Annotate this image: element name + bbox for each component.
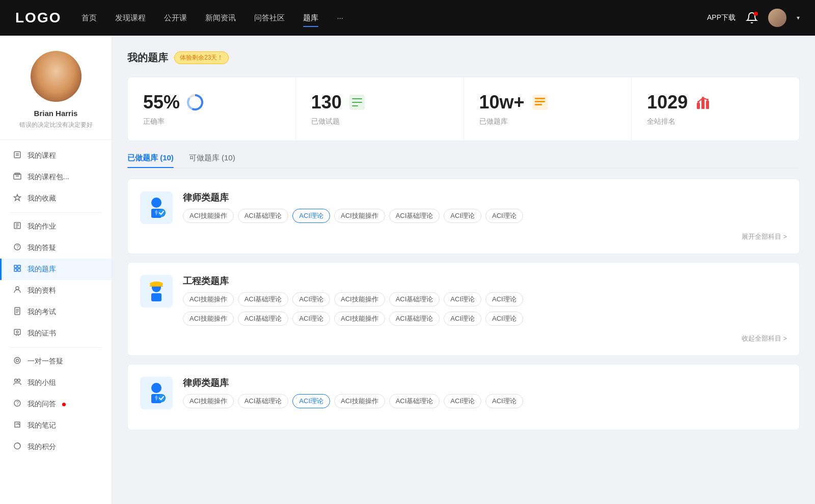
- exam-icon: [12, 307, 22, 317]
- tag-1-13[interactable]: ACI理论: [485, 312, 523, 326]
- sidebar-item-qa[interactable]: ? 我的答疑: [0, 237, 112, 259]
- expand-link-1[interactable]: 展开全部科目 >: [140, 232, 787, 241]
- tag-0-3[interactable]: ACI技能操作: [334, 209, 385, 223]
- sidebar-item-one-on-one[interactable]: 一对一答疑: [0, 351, 112, 372]
- svg-rect-46: [697, 103, 700, 109]
- tag-0-2[interactable]: ACI理论: [292, 209, 330, 223]
- ranking-icon: [694, 93, 712, 111]
- navbar-right: APP下载 ▾: [707, 9, 800, 27]
- tag-1-3[interactable]: ACI技能操作: [334, 292, 385, 306]
- svg-point-50: [702, 97, 704, 99]
- trial-badge: 体验剩余23天！: [174, 51, 229, 64]
- tag-1-10[interactable]: ACI技能操作: [334, 312, 385, 326]
- tag-2-0[interactable]: ACI技能操作: [183, 394, 234, 408]
- expand-link-2[interactable]: 收起全部科目 >: [140, 334, 787, 343]
- svg-rect-44: [535, 101, 545, 102]
- tag-1-1[interactable]: ACI基础理论: [238, 292, 289, 306]
- svg-rect-22: [14, 329, 20, 334]
- qa-icon: ?: [12, 243, 22, 253]
- sidebar-item-certificate[interactable]: 我的证书: [0, 323, 112, 344]
- sidebar-item-my-course[interactable]: 我的课程: [0, 145, 112, 166]
- nav-more[interactable]: ···: [337, 11, 343, 25]
- sidebar-item-homework[interactable]: 我的作业: [0, 216, 112, 237]
- tag-1-7[interactable]: ACI技能操作: [183, 312, 234, 326]
- tag-0-5[interactable]: ACI理论: [444, 209, 481, 223]
- tag-1-5[interactable]: ACI理论: [444, 292, 481, 306]
- menu-label-course: 我的课程: [28, 151, 56, 160]
- done-banks-icon: [531, 93, 549, 111]
- nav-discover[interactable]: 发现课程: [115, 11, 146, 25]
- bank-icon-engineer: [140, 275, 173, 307]
- tag-1-4[interactable]: ACI基础理论: [389, 292, 440, 306]
- tag-0-1[interactable]: ACI基础理论: [238, 209, 289, 223]
- tag-0-6[interactable]: ACI理论: [485, 209, 523, 223]
- menu-divider-2: [10, 347, 101, 348]
- sidebar-item-exam[interactable]: 我的考试: [0, 301, 112, 323]
- svg-point-49: [697, 101, 699, 103]
- notification-bell[interactable]: [746, 12, 758, 24]
- tag-2-5[interactable]: ACI理论: [444, 394, 481, 408]
- user-motto: 错误的决定比没有决定要好: [19, 121, 93, 129]
- tag-2-3[interactable]: ACI技能操作: [334, 394, 385, 408]
- nav-qa[interactable]: 问答社区: [254, 11, 285, 25]
- stat-accuracy: 55% 正确率: [128, 77, 296, 141]
- certificate-icon: [12, 328, 22, 339]
- tag-2-6[interactable]: ACI理论: [485, 394, 523, 408]
- nav-news[interactable]: 新闻资讯: [205, 11, 236, 25]
- nav-home[interactable]: 首页: [82, 11, 97, 25]
- menu-label-one-on-one: 一对一答疑: [28, 357, 63, 366]
- logo[interactable]: LOGO: [15, 10, 61, 26]
- tag-2-2[interactable]: ACI理论: [292, 394, 330, 408]
- profile-section: Brian Harris 错误的决定比没有决定要好: [0, 36, 112, 140]
- bank-icon-lawyer-1: [140, 191, 173, 224]
- sidebar-item-favorites[interactable]: 我的收藏: [0, 188, 112, 209]
- sidebar-item-course-pack[interactable]: 我的课程包...: [0, 166, 112, 188]
- tag-1-9[interactable]: ACI理论: [292, 312, 330, 326]
- tag-1-0[interactable]: ACI技能操作: [183, 292, 234, 306]
- course-icon: [12, 151, 22, 161]
- nav-menu: 首页 发现课程 公开课 新闻资讯 问答社区 题库 ···: [82, 11, 707, 25]
- page-title: 我的题库: [127, 51, 168, 65]
- svg-rect-43: [535, 98, 545, 99]
- app-download-link[interactable]: APP下载: [707, 13, 736, 22]
- page-header: 我的题库 体验剩余23天！: [127, 51, 800, 65]
- tab-available[interactable]: 可做题库 (10): [189, 153, 235, 168]
- sidebar-menu: 我的课程 我的课程包... 我的收藏: [0, 140, 112, 463]
- menu-label-homework: 我的作业: [28, 222, 56, 231]
- tag-1-6[interactable]: ACI理论: [485, 292, 523, 306]
- user-avatar-large: [31, 51, 82, 102]
- tag-2-4[interactable]: ACI基础理论: [389, 394, 440, 408]
- bank-card-lawyer-3: 律师类题库 ACI技能操作 ACI基础理论 ACI理论 ACI技能操作 ACI基…: [127, 364, 800, 430]
- sidebar-item-group[interactable]: 我的小组: [0, 372, 112, 394]
- svg-point-27: [16, 359, 19, 362]
- tag-1-12[interactable]: ACI理论: [444, 312, 481, 326]
- svg-text:?: ?: [16, 244, 19, 250]
- sidebar-item-profile[interactable]: 我的资料: [0, 280, 112, 301]
- sidebar-item-my-qa[interactable]: ? 我的问答: [0, 394, 112, 415]
- user-dropdown-arrow[interactable]: ▾: [797, 14, 800, 21]
- sidebar-item-notes[interactable]: 我的笔记: [0, 415, 112, 436]
- tab-done[interactable]: 已做题库 (10): [127, 153, 174, 168]
- user-avatar-nav[interactable]: [768, 9, 786, 27]
- sidebar-item-points[interactable]: 我的积分: [0, 436, 112, 458]
- tag-1-11[interactable]: ACI基础理论: [389, 312, 440, 326]
- tag-1-2[interactable]: ACI理论: [292, 292, 330, 306]
- nav-open-course[interactable]: 公开课: [164, 11, 187, 25]
- main-content: 我的题库 体验剩余23天！ 55% 正确率: [112, 36, 815, 504]
- bank-title-3: 律师类题库: [183, 377, 523, 389]
- tag-2-1[interactable]: ACI基础理论: [238, 394, 289, 408]
- bank-card-lawyer-1: 律师类题库 ACI技能操作 ACI基础理论 ACI理论 ACI技能操作 ACI基…: [127, 179, 800, 254]
- svg-point-26: [14, 357, 20, 363]
- nav-question-bank[interactable]: 题库: [303, 11, 318, 25]
- points-icon: [12, 442, 22, 452]
- one-on-one-icon: [12, 356, 22, 367]
- bank-card-header-3: 律师类题库 ACI技能操作 ACI基础理论 ACI理论 ACI技能操作 ACI基…: [140, 377, 787, 409]
- svg-rect-61: [151, 293, 161, 301]
- tag-0-4[interactable]: ACI基础理论: [389, 209, 440, 223]
- star-icon: [12, 193, 22, 204]
- menu-label-course-pack: 我的课程包...: [28, 173, 69, 182]
- tag-0-0[interactable]: ACI技能操作: [183, 209, 234, 223]
- tags-row-2a: ACI技能操作 ACI基础理论 ACI理论 ACI技能操作 ACI基础理论 AC…: [183, 292, 787, 306]
- sidebar-item-question-bank[interactable]: 我的题库: [0, 259, 112, 280]
- tag-1-8[interactable]: ACI基础理论: [238, 312, 289, 326]
